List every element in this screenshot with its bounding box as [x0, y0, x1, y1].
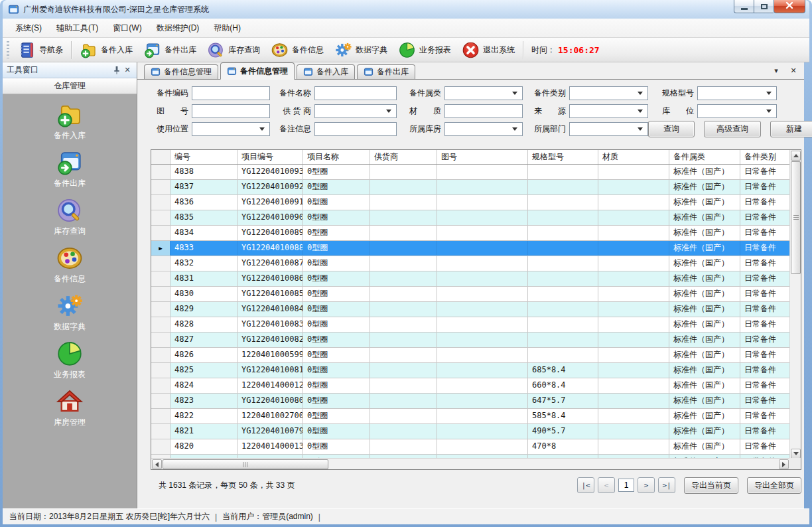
row-selector-cell[interactable] [151, 439, 170, 454]
sidebar-item-data-dictionary[interactable]: 数据字典 [30, 292, 109, 332]
department-select[interactable] [569, 122, 648, 136]
drawing-no-input[interactable] [192, 104, 270, 118]
table-row[interactable]: 482612204010005990型圈标准件（国产）日常备件M [151, 348, 789, 363]
table-row[interactable]: 4829YG122040100840型圈标准件（国产）日常备件M [151, 302, 789, 317]
row-selector-cell[interactable] [151, 287, 170, 301]
toolbar-button-nav-bar[interactable]: 导航条 [13, 39, 68, 60]
sidebar-item-parts-outbound[interactable]: 备件出库 [30, 149, 109, 188]
menu-item-help[interactable]: 帮助(H) [206, 19, 248, 37]
toolbar-button-data-dictionary[interactable]: 数据字典 [329, 39, 393, 60]
tab-parts-outbound[interactable]: 备件出库 [357, 64, 415, 79]
row-selector-cell[interactable] [151, 210, 170, 225]
tab-close-button[interactable]: ✕ [788, 66, 799, 76]
column-header-0[interactable]: 编号 [170, 150, 237, 164]
row-selector-cell[interactable] [151, 302, 170, 317]
table-row[interactable]: 4834YG122040100890型圈标准件（国产）日常备件M [151, 226, 789, 241]
tab-parts-info-mgmt-1[interactable]: 备件信息管理 [144, 64, 218, 79]
table-row[interactable]: 4825YG122040100810型圈685*8.4标准件（国产）日常备件PC [151, 363, 789, 378]
first-page-button[interactable]: |< [577, 477, 594, 493]
remark-input[interactable] [314, 122, 397, 136]
row-selector-cell[interactable] [151, 195, 170, 210]
table-row[interactable]: 482412204014000120型圈660*8.4标准件（国产）日常备件PC [151, 378, 789, 394]
scroll-right-button[interactable] [779, 459, 789, 469]
column-header-8[interactable]: 备件类别 [740, 150, 789, 164]
column-header-3[interactable]: 供货商 [370, 150, 437, 164]
sidebar-item-inventory-query[interactable]: 库存查询 [30, 196, 109, 236]
part-type-select[interactable] [569, 86, 648, 100]
table-row[interactable]: 4836YG122040100910型圈标准件（国产）日常备件M [151, 195, 789, 210]
toolbar-grip[interactable] [7, 41, 9, 58]
last-page-button[interactable]: >| [658, 477, 675, 493]
row-selector-cell[interactable] [151, 378, 170, 393]
tab-parts-info-mgmt-2[interactable]: 备件信息管理 [220, 62, 295, 80]
pin-icon[interactable] [111, 65, 122, 75]
column-header-4[interactable]: 图号 [437, 150, 528, 164]
table-row[interactable]: ▶4833YG122040100880型圈标准件（国产）日常备件M [151, 241, 789, 256]
vertical-scroll-thumb[interactable] [791, 161, 801, 274]
query-button[interactable]: 查询 [648, 121, 695, 137]
new-button[interactable]: 新建 [770, 121, 812, 137]
prev-page-button[interactable]: < [598, 477, 615, 493]
column-header-1[interactable]: 项目编号 [237, 150, 303, 164]
column-header-6[interactable]: 材质 [598, 150, 669, 164]
export-current-page-button[interactable]: 导出当前页 [684, 477, 738, 494]
advanced-query-button[interactable]: 高级查询 [704, 121, 761, 137]
row-selector-cell[interactable] [151, 180, 170, 194]
page-number-input[interactable] [618, 479, 634, 492]
row-selector-cell[interactable] [151, 348, 170, 362]
row-selector-cell[interactable] [151, 409, 170, 423]
warehouse-select[interactable] [444, 122, 523, 136]
scroll-left-button[interactable] [152, 459, 162, 469]
sidebar-item-parts-inbound[interactable]: 备件入库 [30, 101, 109, 141]
column-header-5[interactable]: 规格型号 [528, 150, 598, 164]
part-category-select[interactable] [444, 86, 523, 100]
row-selector-cell[interactable] [151, 317, 170, 332]
row-selector-cell[interactable] [151, 363, 170, 378]
column-header-7[interactable]: 备件属类 [669, 150, 740, 164]
part-name-input[interactable] [314, 86, 397, 100]
sidebar-item-parts-info[interactable]: 备件信息 [30, 244, 109, 284]
horizontal-scrollbar[interactable] [151, 458, 789, 469]
export-all-pages-button[interactable]: 导出全部页 [747, 477, 801, 494]
toolbar-button-parts-outbound[interactable]: 备件出库 [138, 39, 202, 60]
row-selector-cell[interactable] [151, 271, 170, 286]
usage-position-select[interactable] [192, 122, 270, 136]
scroll-down-button[interactable] [791, 449, 801, 459]
table-row[interactable]: 4828YG122040100830型圈标准件（国产）日常备件M [151, 317, 789, 333]
table-row[interactable]: 4838YG122040100930型圈标准件（国产）日常备件M [151, 165, 789, 180]
table-row[interactable]: 4830YG122040100850型圈标准件（国产）日常备件M [151, 287, 789, 302]
table-row[interactable]: 4832YG122040100870型圈标准件（国产）日常备件M [151, 256, 789, 271]
sidebar-item-warehouse-mgmt[interactable]: 库房管理 [30, 388, 109, 427]
row-selector-cell[interactable] [151, 256, 170, 271]
toolbar-button-business-report[interactable]: 业务报表 [393, 39, 456, 60]
row-selector-cell[interactable] [151, 424, 170, 439]
row-selector-cell[interactable] [151, 226, 170, 240]
location-select[interactable] [697, 104, 777, 118]
menu-item-data-maintenance[interactable]: 数据维护(D) [149, 19, 207, 37]
horizontal-scroll-thumb[interactable] [163, 459, 328, 469]
table-row[interactable]: 4831YG122040100860型圈标准件（国产）日常备件M [151, 271, 789, 287]
vertical-scrollbar[interactable] [789, 150, 801, 459]
row-selector-cell[interactable] [151, 394, 170, 408]
table-row[interactable]: 4823YG122040100800型圈647*5.7标准件（国产）日常备件PC [151, 394, 789, 409]
sidebar-item-business-report[interactable]: 业务报表 [30, 340, 109, 380]
toolbar-button-inventory-query[interactable]: 库存查询 [202, 39, 265, 60]
maximize-button[interactable] [754, 0, 774, 13]
row-selector-cell[interactable] [151, 165, 170, 179]
spec-model-select[interactable] [697, 86, 777, 100]
material-input[interactable] [444, 104, 523, 118]
close-tool-window-button[interactable]: ✕ [122, 65, 133, 75]
row-selector-cell[interactable] [151, 333, 170, 347]
scroll-up-button[interactable] [791, 151, 801, 161]
column-header-2[interactable]: 项目名称 [303, 150, 370, 164]
part-code-input[interactable] [192, 86, 270, 100]
toolbar-button-parts-inbound[interactable]: 备件入库 [74, 39, 138, 60]
source-select[interactable] [569, 104, 648, 118]
menu-item-system[interactable]: 系统(S) [8, 19, 49, 37]
table-row[interactable]: 482012204014000130型圈470*8标准件（国产）日常备件PC [151, 439, 789, 455]
next-page-button[interactable]: > [638, 477, 655, 493]
minimize-button[interactable] [734, 0, 754, 13]
tab-parts-inbound[interactable]: 备件入库 [297, 64, 355, 79]
tab-list-dropdown-button[interactable]: ▾ [771, 66, 781, 76]
table-row[interactable]: 4827YG122040100820型圈标准件（国产）日常备件M [151, 333, 789, 348]
